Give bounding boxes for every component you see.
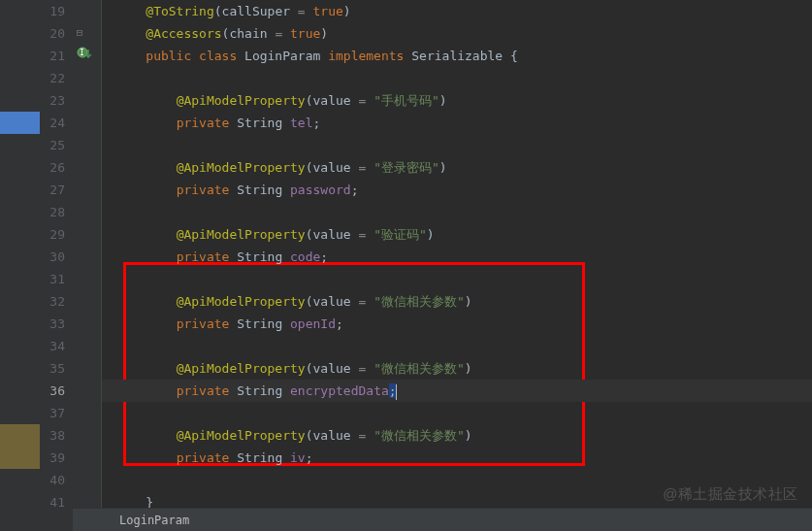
code-line[interactable]: private String iv; (102, 447, 812, 469)
line-number[interactable]: 25 (40, 134, 65, 156)
token-anno: @ApiModelProperty (177, 93, 306, 108)
token-id: String (237, 249, 290, 264)
breadcrumb-bar[interactable]: LoginParam (73, 508, 812, 531)
token-ws (115, 428, 177, 443)
change-marker[interactable] (0, 112, 40, 134)
token-pun: { (510, 49, 518, 63)
line-number[interactable]: 26 (40, 156, 65, 179)
token-id: value (313, 160, 351, 175)
token-fld: password (290, 183, 351, 197)
token-ws (115, 183, 177, 197)
token-id: Serializable (411, 49, 510, 63)
code-line[interactable]: @ApiModelProperty(value = "微信相关参数") (102, 357, 812, 380)
line-number[interactable]: 24 (40, 112, 65, 134)
token-str: "微信相关参数" (374, 428, 465, 443)
line-number[interactable]: 32 (40, 290, 65, 313)
token-str: "微信相关参数" (374, 294, 465, 309)
code-line[interactable]: @ToString(callSuper = true) (102, 0, 812, 22)
token-pun: ; (351, 183, 359, 197)
token-pun: ) (465, 428, 472, 443)
implements-nav-icon[interactable]: I (73, 47, 100, 66)
code-area[interactable]: @ToString(callSuper = true) @Accessors(c… (102, 0, 812, 531)
line-number[interactable]: 21 (40, 45, 65, 67)
code-line[interactable] (102, 201, 812, 223)
token-id: value (313, 227, 351, 242)
code-line[interactable]: @Accessors(chain = true) (102, 22, 812, 45)
code-line[interactable]: private String password; (102, 179, 812, 201)
code-line[interactable]: private String openId; (102, 313, 812, 335)
code-line[interactable]: @ApiModelProperty(value = "微信相关参数") (102, 424, 812, 447)
token-pun: ) (465, 361, 472, 376)
line-number[interactable]: 38 (40, 424, 65, 447)
line-number[interactable]: 34 (40, 335, 65, 357)
token-id: String (237, 450, 290, 465)
code-line[interactable]: private String code; (102, 246, 812, 268)
token-ws (115, 160, 177, 175)
token-grey: = (290, 4, 312, 18)
text-caret (396, 384, 397, 400)
token-pun: ) (439, 93, 447, 108)
fold-toggle-icon[interactable]: ⊟ (74, 27, 85, 39)
token-anno: @ApiModelProperty (177, 160, 306, 175)
token-ws (115, 4, 146, 18)
line-number[interactable]: 30 (40, 246, 65, 268)
token-anno: @ApiModelProperty (177, 294, 306, 309)
code-editor[interactable]: 1920212223242526272829303132333435363738… (0, 0, 812, 531)
line-number[interactable]: 23 (40, 89, 65, 112)
line-number[interactable]: 36 (40, 380, 65, 402)
line-number[interactable]: 28 (40, 201, 65, 223)
token-kw: private (177, 316, 238, 331)
token-id: String (237, 183, 290, 197)
line-number[interactable]: 37 (40, 402, 65, 424)
token-str: "验证码" (374, 227, 427, 242)
line-number-gutter[interactable]: 1920212223242526272829303132333435363738… (40, 0, 73, 531)
token-ws (115, 49, 146, 63)
code-line[interactable]: @ApiModelProperty(value = "验证码") (102, 223, 812, 246)
token-kw: true (290, 26, 320, 41)
line-number[interactable]: 39 (40, 447, 65, 469)
code-line[interactable] (102, 268, 812, 290)
line-number[interactable]: 27 (40, 179, 65, 201)
token-ws (115, 383, 177, 398)
token-fld: encryptedData (290, 383, 389, 398)
line-number[interactable]: 20 (40, 22, 65, 45)
token-kw: private (177, 183, 238, 197)
line-number[interactable]: 35 (40, 357, 65, 380)
token-pun: ( (306, 294, 313, 309)
change-marker[interactable] (0, 424, 40, 447)
code-line[interactable] (102, 402, 812, 424)
token-anno: @ApiModelProperty (177, 428, 306, 443)
token-pun: ( (306, 361, 313, 376)
code-line[interactable]: private String tel; (102, 112, 812, 134)
token-kw: implements (328, 49, 411, 63)
token-pun: ( (306, 93, 313, 108)
code-line[interactable]: @ApiModelProperty(value = "登录密码") (102, 156, 812, 179)
token-fld: iv (290, 450, 306, 465)
code-line[interactable]: private String encryptedData; (102, 380, 812, 402)
code-line[interactable]: @ApiModelProperty(value = "手机号码") (102, 89, 812, 112)
token-pun: ) (465, 294, 472, 309)
breadcrumb-item[interactable]: LoginParam (119, 514, 189, 527)
code-line[interactable] (102, 134, 812, 156)
token-id: value (313, 428, 351, 443)
line-number[interactable]: 40 (40, 469, 65, 491)
line-number[interactable]: 41 (40, 491, 65, 514)
line-number[interactable]: 29 (40, 223, 65, 246)
line-number[interactable]: 33 (40, 313, 65, 335)
token-grey: = (351, 294, 374, 309)
token-pun: ( (306, 428, 313, 443)
token-id: value (313, 361, 351, 376)
fold-gutter[interactable]: ⊟I (73, 0, 102, 531)
token-grey: = (351, 93, 374, 108)
change-marker[interactable] (0, 447, 40, 469)
code-line[interactable] (102, 335, 812, 357)
code-line[interactable] (102, 67, 812, 89)
code-line[interactable]: @ApiModelProperty(value = "微信相关参数") (102, 290, 812, 313)
line-number[interactable]: 19 (40, 0, 65, 22)
line-number[interactable]: 22 (40, 67, 65, 89)
token-pun: ) (320, 26, 328, 41)
line-number[interactable]: 31 (40, 268, 65, 290)
code-line[interactable]: public class LoginParam implements Seria… (102, 45, 812, 67)
token-fld: code (290, 249, 320, 264)
code-line[interactable] (102, 469, 812, 491)
